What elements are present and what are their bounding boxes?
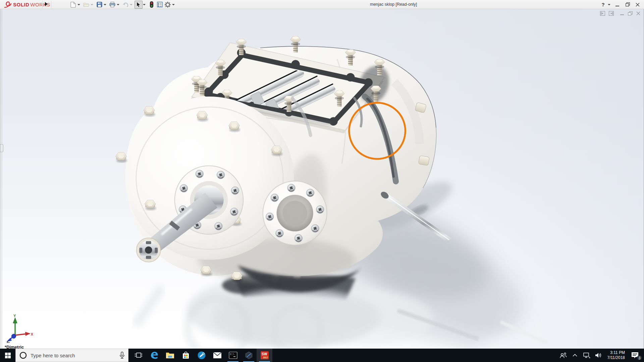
output-flange[interactable]	[263, 181, 327, 245]
gearbox-3d-scene[interactable]	[0, 9, 644, 349]
network-button[interactable]	[582, 349, 591, 362]
task-view-icon	[135, 352, 143, 359]
taskbar-app-icons: C:\ SW 2017	[130, 349, 272, 362]
doc-restore-button[interactable]	[628, 11, 633, 16]
volume-button[interactable]	[594, 349, 603, 362]
triad-y-label: Y	[13, 314, 16, 318]
help-button[interactable]: ?	[600, 1, 606, 9]
show-left-pane-button[interactable]	[600, 11, 605, 16]
tray-overflow-button[interactable]	[570, 349, 580, 362]
divider	[51, 1, 51, 8]
open-document-button[interactable]	[82, 1, 90, 9]
start-button[interactable]	[0, 349, 15, 362]
command-prompt-icon: C:\	[229, 352, 237, 359]
panel-splitter-tab[interactable]	[0, 144, 3, 152]
help-glyph: ?	[601, 2, 604, 7]
chevron-down-icon[interactable]	[117, 4, 119, 5]
solidworks-logo: SOLIDWORKS	[3, 0, 50, 9]
document-title: menjac sklop [Read-only]	[370, 0, 417, 9]
solidworks-app-button[interactable]: SW 2017	[257, 349, 272, 362]
file-explorer-button[interactable]	[162, 349, 178, 362]
print-icon	[109, 2, 115, 7]
restore-icon	[626, 2, 630, 7]
undo-arrow-icon	[122, 2, 129, 7]
traffic-light-icon	[150, 1, 153, 8]
minimize-icon	[620, 11, 624, 15]
tray-time: 3:11 PM	[607, 350, 625, 355]
chevron-down-icon[interactable]	[104, 4, 106, 5]
task-view-button[interactable]	[130, 349, 146, 362]
hexagon-app-icon	[245, 351, 253, 360]
taskbar: Type here to search	[0, 349, 644, 362]
show-right-pane-button[interactable]	[609, 11, 614, 16]
window-controls: ?	[600, 0, 642, 9]
save-button[interactable]	[95, 1, 103, 9]
taskbar-clock[interactable]: 3:11 PM 7/11/2018	[605, 350, 627, 360]
speaker-icon	[595, 352, 602, 358]
notification-count-badge: 3	[637, 355, 642, 360]
chevron-down-icon[interactable]	[77, 4, 80, 5]
tools-app-button[interactable]	[194, 349, 209, 362]
orientation-triad: Y X	[2, 313, 33, 343]
mail-icon	[213, 352, 222, 359]
close-button[interactable]	[633, 1, 642, 9]
brand-solid: SOLID	[13, 2, 29, 7]
network-icon	[583, 352, 590, 358]
titlebar: SOLIDWORKS	[0, 0, 644, 9]
ds-logo-icon	[3, 1, 12, 8]
document-window-controls	[600, 11, 640, 16]
edge-browser-button[interactable]	[146, 349, 162, 362]
wrench-circle-icon	[197, 351, 206, 360]
undo-button[interactable]	[121, 1, 129, 9]
chevron-down-icon[interactable]	[143, 4, 146, 5]
main-toolbar	[69, 0, 177, 9]
new-document-button[interactable]	[69, 1, 77, 9]
chevron-down-icon[interactable]	[172, 4, 175, 5]
store-icon	[182, 351, 190, 359]
screen: SOLIDWORKS	[0, 0, 644, 362]
cortana-icon	[19, 351, 27, 359]
tray-date: 7/11/2018	[607, 355, 625, 360]
doc-minimize-button[interactable]	[620, 11, 624, 15]
panel-splitter[interactable]	[2, 9, 2, 349]
restore-button[interactable]	[623, 1, 632, 9]
options-button[interactable]	[164, 1, 172, 9]
solidworks-taskbar-icon: SW 2017	[260, 351, 269, 360]
hexagon-app-button[interactable]	[241, 349, 257, 362]
chevron-down-icon	[130, 4, 132, 5]
doc-close-button[interactable]	[636, 11, 640, 15]
minimize-icon	[615, 3, 620, 7]
graphics-viewport[interactable]: Y X *Dimetric	[0, 9, 644, 349]
divider	[42, 1, 43, 8]
mail-button[interactable]	[209, 349, 225, 362]
action-center-button[interactable]: 3	[629, 349, 641, 362]
command-prompt-button[interactable]: C:\	[225, 349, 241, 362]
close-icon	[636, 11, 640, 15]
file-explorer-icon	[166, 352, 174, 359]
view-orientation-label: *Dimetric	[5, 345, 24, 349]
chevron-down-icon[interactable]	[608, 4, 610, 5]
minimize-button[interactable]	[613, 1, 622, 9]
taskbar-search[interactable]: Type here to search	[15, 349, 128, 362]
save-floppy-icon	[97, 2, 102, 7]
gear-icon	[165, 2, 171, 8]
restore-icon	[628, 11, 633, 16]
store-button[interactable]	[178, 349, 194, 362]
rebuild-button[interactable]	[148, 1, 156, 9]
system-tray: 3:11 PM 7/11/2018 3	[558, 349, 644, 362]
play-triangle-icon	[45, 2, 48, 6]
sw-year-label: 2017	[263, 356, 268, 359]
open-folder-icon	[83, 2, 90, 7]
edge-icon	[150, 351, 159, 360]
display-pane-button[interactable]	[156, 1, 164, 9]
select-tool-button[interactable]	[135, 1, 143, 9]
pane-right-icon	[609, 11, 614, 16]
print-button[interactable]	[108, 1, 116, 9]
people-button[interactable]	[558, 349, 568, 362]
cmd-label: C:\	[230, 353, 234, 356]
chevron-down-icon	[91, 4, 93, 5]
toolbar-flyout-arrow[interactable]	[44, 2, 49, 7]
microphone-icon[interactable]	[119, 352, 125, 359]
people-icon	[559, 352, 567, 359]
display-pane-icon	[157, 2, 163, 7]
